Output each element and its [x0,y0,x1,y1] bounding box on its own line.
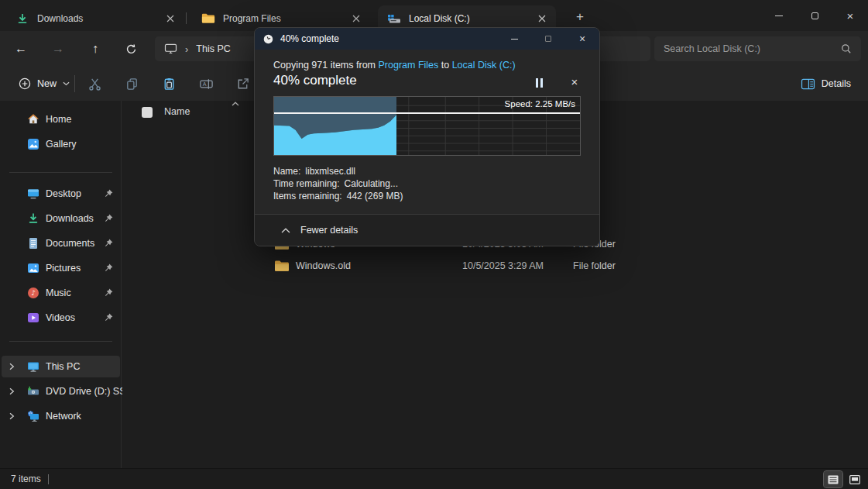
sidebar-divider [9,172,112,173]
search-box[interactable] [654,36,861,61]
tab-separator [186,12,187,24]
window-maximize-button[interactable] [797,0,832,31]
pause-icon [536,78,538,88]
file-date-modified: 10/5/2025 3:29 AM [462,260,544,271]
tab-label: Local Disk (C:) [409,13,470,24]
speed-graph: Speed: 2.25 MB/s [273,96,581,156]
sidebar-item-this-pc[interactable]: This PC [2,356,120,377]
pictures-icon [27,262,39,274]
copy-button[interactable] [119,72,144,95]
downloads-icon [27,212,39,225]
network-icon [27,410,39,422]
cancel-icon: × [571,75,578,88]
chevron-right-icon[interactable] [9,412,15,420]
tab-bar: Downloads Program Files Local Disk (C:) [0,0,868,31]
documents-icon [27,237,39,250]
file-name: Windows.old [296,260,351,271]
large-icons-view-icon [849,475,860,484]
drive-icon [387,12,401,25]
copy-icon [125,77,139,91]
sidebar-item-home[interactable]: Home [2,108,120,130]
forward-button[interactable]: → [45,36,71,61]
maximize-icon [811,12,818,19]
tab-close-icon[interactable] [348,11,364,26]
minimize-icon [511,39,518,40]
svg-text:A: A [202,81,206,87]
fewer-details-toggle[interactable]: Fewer details [255,214,599,246]
detail-label: Time remaining: [273,178,340,189]
new-tab-button[interactable]: + [569,7,591,27]
sidebar-item-label: Pictures [46,263,81,274]
file-type: File folder [573,260,616,271]
copy-description: Copying 971 items from Program Files to … [273,60,516,71]
window-minimize-button[interactable] [761,0,797,31]
minimize-icon [775,15,783,16]
file-row-windows-old[interactable]: Windows.old 10/5/2025 3:29 AM File folde… [124,255,860,277]
breadcrumb-this-pc[interactable]: This PC [196,43,230,54]
large-icons-view-button[interactable] [846,471,864,487]
detail-value: libxmlsec.dll [305,166,355,177]
sidebar-item-label: This PC [46,361,80,372]
cancel-copy-button[interactable]: × [564,72,585,91]
status-divider [48,474,49,484]
status-bar: 7 items [0,468,868,489]
progress-percent-heading: 40% complete [273,73,357,88]
details-view-button[interactable] [824,471,842,487]
sidebar-item-label: Music [46,288,71,298]
sort-ascending-icon[interactable] [232,102,239,106]
dialog-minimize-button[interactable] [497,28,531,50]
sidebar-item-desktop[interactable]: Desktop [2,183,120,205]
sidebar-item-label: Desktop [46,188,81,199]
new-button[interactable]: New [11,73,77,95]
dvd-drive-icon [27,385,39,398]
sidebar-item-downloads[interactable]: Downloads [2,208,120,229]
paste-button[interactable] [156,72,181,95]
destination-folder-link[interactable]: Local Disk (C:) [452,60,516,71]
up-button[interactable]: ↑ [82,36,108,61]
chevron-right-icon[interactable] [9,387,15,395]
chevron-right-icon[interactable] [9,363,15,370]
maximize-icon [545,36,551,42]
details-panel-label: Details [822,78,851,89]
sidebar-divider [9,341,112,342]
sidebar-item-documents[interactable]: Documents [2,232,120,254]
dialog-close-button[interactable]: × [565,28,599,50]
breadcrumb-chevron: › [185,43,188,55]
sidebar-item-music[interactable]: ♪ Music [2,282,120,304]
detail-name-line: Name:libxmlsec.dll [273,165,403,177]
tab-downloads[interactable]: Downloads [6,5,184,31]
tab-close-icon[interactable] [163,11,178,26]
sidebar-item-dvd-drive[interactable]: DVD Drive (D:) SSS_ [2,381,120,402]
select-all-checkbox[interactable] [142,107,153,118]
dialog-maximize-button[interactable] [531,28,565,50]
back-button[interactable]: ← [8,36,34,61]
sidebar-item-label: Gallery [46,139,77,150]
source-folder-link[interactable]: Program Files [378,60,438,71]
rename-button[interactable]: A [194,72,218,95]
sidebar-item-gallery[interactable]: Gallery [2,133,120,155]
download-icon [15,12,29,25]
column-header-name[interactable]: Name [164,106,190,117]
rename-icon: A [199,77,214,91]
close-icon: × [847,9,854,22]
refresh-icon [125,43,137,55]
details-panel-button[interactable]: Details [794,73,857,95]
transfer-details: Name:libxmlsec.dll Time remaining:Calcul… [273,165,403,202]
desktop-icon [27,188,39,200]
cut-button[interactable] [82,72,107,95]
tab-close-icon[interactable] [534,11,550,26]
sidebar-item-pictures[interactable]: Pictures [2,257,120,279]
window-close-button[interactable]: × [832,0,868,31]
pause-button[interactable] [527,74,551,91]
sidebar-item-network[interactable]: Network [2,405,120,427]
pin-icon [105,288,113,297]
sidebar-item-videos[interactable]: Videos [2,307,120,329]
copy-description-connector: to [438,60,451,71]
tab-label: Downloads [37,13,83,24]
pin-icon [105,189,113,198]
search-input[interactable] [664,43,841,54]
share-button[interactable] [230,72,255,95]
chevron-down-icon [63,81,70,86]
refresh-button[interactable] [118,36,144,61]
item-count: 7 items [11,474,41,484]
